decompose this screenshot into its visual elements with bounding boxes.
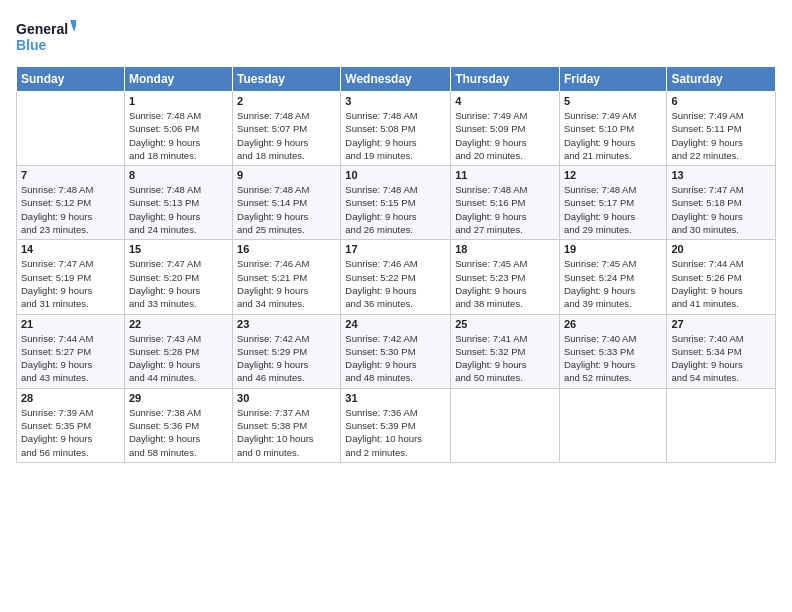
logo: General Blue [16,16,76,56]
day-number: 6 [671,95,771,107]
day-info: Sunrise: 7:47 AMSunset: 5:18 PMDaylight:… [671,183,771,236]
calendar-weekday-tuesday: Tuesday [233,67,341,92]
day-number: 27 [671,318,771,330]
calendar-header-row: SundayMondayTuesdayWednesdayThursdayFrid… [17,67,776,92]
day-number: 30 [237,392,336,404]
calendar-weekday-thursday: Thursday [451,67,560,92]
calendar-cell: 22Sunrise: 7:43 AMSunset: 5:28 PMDayligh… [124,314,232,388]
day-info: Sunrise: 7:49 AMSunset: 5:09 PMDaylight:… [455,109,555,162]
calendar-cell: 4Sunrise: 7:49 AMSunset: 5:09 PMDaylight… [451,92,560,166]
page: General Blue SundayMondayTuesdayWednesda… [0,0,792,612]
day-number: 8 [129,169,228,181]
calendar-cell: 8Sunrise: 7:48 AMSunset: 5:13 PMDaylight… [124,166,232,240]
day-info: Sunrise: 7:42 AMSunset: 5:29 PMDaylight:… [237,332,336,385]
day-info: Sunrise: 7:48 AMSunset: 5:06 PMDaylight:… [129,109,228,162]
calendar-cell: 17Sunrise: 7:46 AMSunset: 5:22 PMDayligh… [341,240,451,314]
day-info: Sunrise: 7:49 AMSunset: 5:11 PMDaylight:… [671,109,771,162]
calendar-weekday-monday: Monday [124,67,232,92]
calendar-cell: 20Sunrise: 7:44 AMSunset: 5:26 PMDayligh… [667,240,776,314]
day-number: 26 [564,318,662,330]
calendar-cell: 30Sunrise: 7:37 AMSunset: 5:38 PMDayligh… [233,388,341,462]
day-number: 12 [564,169,662,181]
calendar-weekday-saturday: Saturday [667,67,776,92]
calendar-cell: 3Sunrise: 7:48 AMSunset: 5:08 PMDaylight… [341,92,451,166]
svg-marker-2 [70,20,76,32]
header: General Blue [16,16,776,56]
calendar-cell: 27Sunrise: 7:40 AMSunset: 5:34 PMDayligh… [667,314,776,388]
calendar-cell: 19Sunrise: 7:45 AMSunset: 5:24 PMDayligh… [559,240,666,314]
calendar-week-row: 1Sunrise: 7:48 AMSunset: 5:06 PMDaylight… [17,92,776,166]
calendar-cell: 2Sunrise: 7:48 AMSunset: 5:07 PMDaylight… [233,92,341,166]
calendar-cell: 11Sunrise: 7:48 AMSunset: 5:16 PMDayligh… [451,166,560,240]
day-number: 5 [564,95,662,107]
day-info: Sunrise: 7:49 AMSunset: 5:10 PMDaylight:… [564,109,662,162]
day-number: 1 [129,95,228,107]
day-number: 3 [345,95,446,107]
day-number: 9 [237,169,336,181]
calendar-week-row: 21Sunrise: 7:44 AMSunset: 5:27 PMDayligh… [17,314,776,388]
day-info: Sunrise: 7:48 AMSunset: 5:16 PMDaylight:… [455,183,555,236]
calendar-cell: 16Sunrise: 7:46 AMSunset: 5:21 PMDayligh… [233,240,341,314]
calendar-cell: 1Sunrise: 7:48 AMSunset: 5:06 PMDaylight… [124,92,232,166]
calendar-cell: 28Sunrise: 7:39 AMSunset: 5:35 PMDayligh… [17,388,125,462]
calendar-cell: 7Sunrise: 7:48 AMSunset: 5:12 PMDaylight… [17,166,125,240]
day-info: Sunrise: 7:48 AMSunset: 5:07 PMDaylight:… [237,109,336,162]
svg-text:General: General [16,21,68,37]
calendar-cell: 6Sunrise: 7:49 AMSunset: 5:11 PMDaylight… [667,92,776,166]
day-number: 29 [129,392,228,404]
day-info: Sunrise: 7:44 AMSunset: 5:26 PMDaylight:… [671,257,771,310]
day-number: 7 [21,169,120,181]
day-number: 16 [237,243,336,255]
day-number: 15 [129,243,228,255]
day-info: Sunrise: 7:45 AMSunset: 5:24 PMDaylight:… [564,257,662,310]
calendar-week-row: 14Sunrise: 7:47 AMSunset: 5:19 PMDayligh… [17,240,776,314]
day-info: Sunrise: 7:37 AMSunset: 5:38 PMDaylight:… [237,406,336,459]
day-number: 4 [455,95,555,107]
calendar-cell: 9Sunrise: 7:48 AMSunset: 5:14 PMDaylight… [233,166,341,240]
calendar-week-row: 7Sunrise: 7:48 AMSunset: 5:12 PMDaylight… [17,166,776,240]
day-info: Sunrise: 7:38 AMSunset: 5:36 PMDaylight:… [129,406,228,459]
calendar-cell: 12Sunrise: 7:48 AMSunset: 5:17 PMDayligh… [559,166,666,240]
calendar-cell: 13Sunrise: 7:47 AMSunset: 5:18 PMDayligh… [667,166,776,240]
day-info: Sunrise: 7:39 AMSunset: 5:35 PMDaylight:… [21,406,120,459]
calendar-cell [17,92,125,166]
day-number: 11 [455,169,555,181]
calendar-week-row: 28Sunrise: 7:39 AMSunset: 5:35 PMDayligh… [17,388,776,462]
calendar-cell: 21Sunrise: 7:44 AMSunset: 5:27 PMDayligh… [17,314,125,388]
calendar-weekday-wednesday: Wednesday [341,67,451,92]
day-info: Sunrise: 7:43 AMSunset: 5:28 PMDaylight:… [129,332,228,385]
calendar-weekday-sunday: Sunday [17,67,125,92]
calendar-cell: 26Sunrise: 7:40 AMSunset: 5:33 PMDayligh… [559,314,666,388]
day-number: 31 [345,392,446,404]
day-number: 17 [345,243,446,255]
calendar-cell: 29Sunrise: 7:38 AMSunset: 5:36 PMDayligh… [124,388,232,462]
day-number: 13 [671,169,771,181]
day-number: 22 [129,318,228,330]
day-info: Sunrise: 7:46 AMSunset: 5:22 PMDaylight:… [345,257,446,310]
calendar-weekday-friday: Friday [559,67,666,92]
day-info: Sunrise: 7:47 AMSunset: 5:20 PMDaylight:… [129,257,228,310]
calendar-cell: 31Sunrise: 7:36 AMSunset: 5:39 PMDayligh… [341,388,451,462]
day-number: 14 [21,243,120,255]
calendar-cell: 5Sunrise: 7:49 AMSunset: 5:10 PMDaylight… [559,92,666,166]
svg-text:Blue: Blue [16,37,47,53]
calendar-cell [667,388,776,462]
calendar-cell [451,388,560,462]
day-info: Sunrise: 7:40 AMSunset: 5:33 PMDaylight:… [564,332,662,385]
day-number: 19 [564,243,662,255]
day-info: Sunrise: 7:48 AMSunset: 5:08 PMDaylight:… [345,109,446,162]
day-number: 18 [455,243,555,255]
day-info: Sunrise: 7:48 AMSunset: 5:17 PMDaylight:… [564,183,662,236]
day-info: Sunrise: 7:41 AMSunset: 5:32 PMDaylight:… [455,332,555,385]
day-number: 23 [237,318,336,330]
logo-svg: General Blue [16,16,76,56]
day-info: Sunrise: 7:42 AMSunset: 5:30 PMDaylight:… [345,332,446,385]
day-number: 28 [21,392,120,404]
day-info: Sunrise: 7:48 AMSunset: 5:13 PMDaylight:… [129,183,228,236]
calendar-cell [559,388,666,462]
day-info: Sunrise: 7:48 AMSunset: 5:15 PMDaylight:… [345,183,446,236]
day-info: Sunrise: 7:36 AMSunset: 5:39 PMDaylight:… [345,406,446,459]
calendar-cell: 23Sunrise: 7:42 AMSunset: 5:29 PMDayligh… [233,314,341,388]
day-number: 21 [21,318,120,330]
day-info: Sunrise: 7:46 AMSunset: 5:21 PMDaylight:… [237,257,336,310]
